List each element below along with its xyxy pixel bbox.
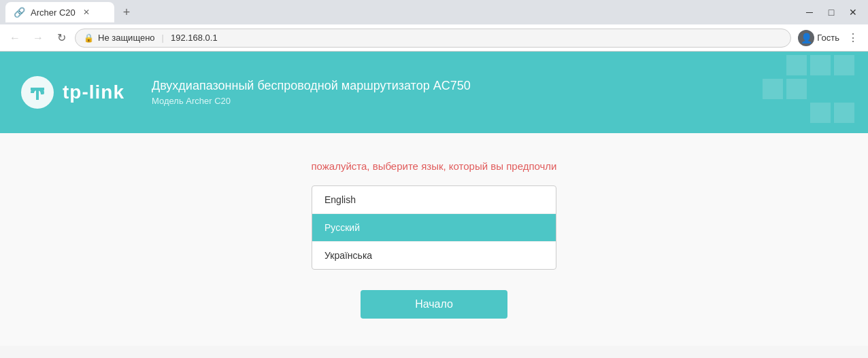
- lock-icon: 🔒: [84, 33, 94, 43]
- window-controls: ─ □ ✕: [800, 3, 863, 22]
- profile-label: Гость: [817, 33, 839, 43]
- svg-rect-4: [786, 79, 807, 99]
- svg-rect-6: [834, 103, 854, 123]
- security-label: Не защищено: [98, 33, 155, 43]
- brand-name: tp-link: [63, 82, 124, 103]
- refresh-button[interactable]: ↻: [52, 29, 71, 48]
- back-button[interactable]: ←: [5, 29, 24, 48]
- profile-area: 👤 Гость: [798, 30, 839, 46]
- profile-icon[interactable]: 👤: [798, 30, 814, 46]
- svg-rect-0: [786, 55, 807, 75]
- header-title: Двухдиапазонный беспроводной маршрутизат…: [152, 79, 471, 93]
- start-button[interactable]: Начало: [361, 290, 507, 319]
- header-pattern: [664, 52, 868, 133]
- minimize-button[interactable]: ─: [800, 3, 819, 22]
- page-content: tp-link Двухдиапазонный беспроводной мар…: [0, 52, 868, 346]
- svg-rect-5: [810, 103, 831, 123]
- header-subtitle: Модель Archer C20: [152, 96, 471, 106]
- browser-menu-button[interactable]: ⋮: [844, 29, 863, 48]
- maximize-button[interactable]: □: [822, 3, 841, 22]
- address-divider: |: [162, 33, 164, 43]
- page-header: tp-link Двухдиапазонный беспроводной мар…: [0, 52, 868, 133]
- active-tab[interactable]: 🔗 Archer C20 ✕: [5, 2, 114, 22]
- browser-window: 🔗 Archer C20 ✕ + ─ □ ✕ ← → ↻ 🔒 Не защище…: [0, 0, 868, 52]
- language-item-russian[interactable]: Русский: [312, 214, 556, 242]
- tab-favicon: 🔗: [14, 7, 25, 18]
- address-text: 192.168.0.1: [171, 33, 218, 43]
- tplink-logo-icon: [20, 75, 54, 109]
- language-item-ukrainian[interactable]: Українська: [312, 242, 556, 269]
- address-input[interactable]: 🔒 Не защищено | 192.168.0.1: [75, 29, 791, 48]
- tab-close-button[interactable]: ✕: [81, 7, 92, 18]
- address-bar: ← → ↻ 🔒 Не защищено | 192.168.0.1 👤 Гост…: [0, 24, 868, 52]
- svg-rect-1: [810, 55, 831, 75]
- tab-title: Archer C20: [31, 7, 76, 18]
- svg-rect-2: [834, 55, 854, 75]
- language-prompt: пожалуйста, выберите язык, который вы пр…: [312, 160, 557, 172]
- header-logo: tp-link: [20, 75, 124, 109]
- language-item-english[interactable]: English: [312, 186, 556, 214]
- new-tab-button[interactable]: +: [117, 3, 136, 22]
- language-list: English Русский Українська: [312, 185, 556, 270]
- main-content: пожалуйста, выберите язык, который вы пр…: [0, 133, 868, 346]
- tab-bar: 🔗 Archer C20 ✕ + ─ □ ✕: [0, 0, 868, 24]
- svg-rect-3: [763, 79, 783, 99]
- forward-button[interactable]: →: [29, 29, 48, 48]
- close-button[interactable]: ✕: [844, 3, 863, 22]
- header-info: Двухдиапазонный беспроводной маршрутизат…: [152, 79, 471, 106]
